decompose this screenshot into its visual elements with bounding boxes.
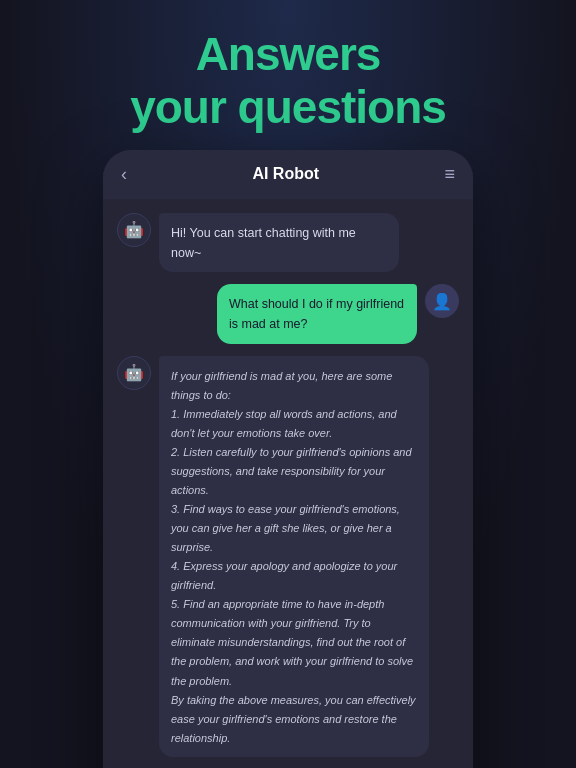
phone-mockup: ‹ AI Robot ≡ 🤖 Hi! You can start chattin… [103,150,473,768]
bot-avatar-icon-2: 🤖 [124,363,144,382]
bot-avatar-icon: 🤖 [124,220,144,239]
user-avatar-icon: 👤 [432,292,452,311]
bot-avatar-2: 🤖 [117,356,151,390]
user-bubble: What should I do if my girlfriend is mad… [217,284,417,344]
user-avatar: 👤 [425,284,459,318]
phone-wrapper: ‹ AI Robot ≡ 🤖 Hi! You can start chattin… [0,150,576,768]
user-message-text: What should I do if my girlfriend is mad… [229,297,404,331]
chat-header: ‹ AI Robot ≡ [103,150,473,199]
bot-greeting-bubble: Hi! You can start chatting with me now~ [159,213,399,273]
chat-title: AI Robot [252,165,319,183]
back-button[interactable]: ‹ [121,164,127,185]
bot-greeting-text: Hi! You can start chatting with me now~ [171,226,356,260]
hero-title: Answers your questions [20,28,556,134]
menu-button[interactable]: ≡ [444,164,455,185]
bot-response-bubble: If your girlfriend is mad at you, here a… [159,356,429,757]
bot-avatar: 🤖 [117,213,151,247]
bot-response-text: If your girlfriend is mad at you, here a… [171,370,416,744]
bot-response-row: 🤖 If your girlfriend is mad at you, here… [117,356,459,757]
hero-section: Answers your questions [0,0,576,150]
bot-greeting-row: 🤖 Hi! You can start chatting with me now… [117,213,459,273]
user-message-row: What should I do if my girlfriend is mad… [117,284,459,344]
chat-body: 🤖 Hi! You can start chatting with me now… [103,199,473,768]
